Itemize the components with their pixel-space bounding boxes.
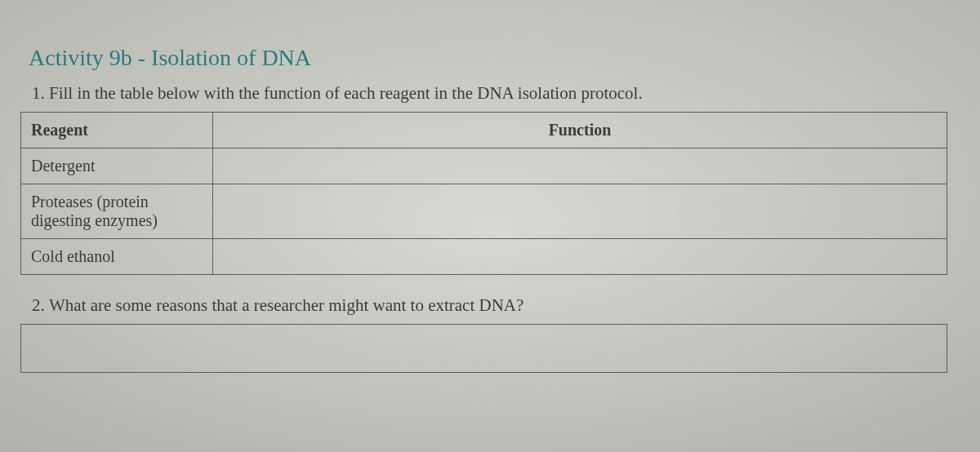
cell-reagent-0: Detergent [21,148,213,184]
table-row: Detergent [21,148,947,184]
cell-reagent-1: Proteases (protein digesting enzymes) [21,184,213,239]
question-2-text: What are some reasons that a researcher … [49,295,960,316]
question-1-text: Fill in the table below with the functio… [49,83,960,104]
table-row: Cold ethanol [21,239,947,275]
cell-reagent-2: Cold ethanol [21,239,213,275]
answer-box-q2 [20,324,947,373]
table-header-row: Reagent Function [21,113,947,148]
table-row: Proteases (protein digesting enzymes) [21,184,947,239]
cell-function-2 [213,239,947,275]
cell-function-0 [213,148,947,184]
reagent-table: Reagent Function Detergent Proteases (pr… [20,112,947,275]
cell-function-1 [213,184,947,239]
header-function: Function [213,113,947,148]
activity-title: Activity 9b - Isolation of DNA [29,45,960,71]
header-reagent: Reagent [21,113,213,148]
